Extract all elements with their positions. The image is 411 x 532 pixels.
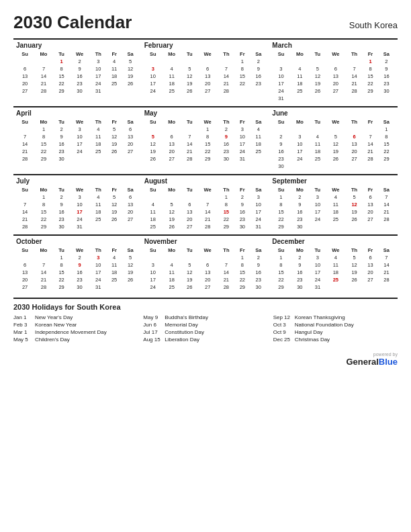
calendar-day — [90, 223, 107, 230]
day-header: We — [326, 50, 346, 58]
calendar-day — [346, 163, 363, 170]
calendar-day: 14 — [34, 73, 54, 80]
calendar-day: 29 — [218, 223, 234, 230]
calendar-day: 21 — [218, 80, 234, 87]
day-header: Fr — [234, 50, 250, 58]
day-header: Mo — [34, 118, 54, 126]
calendar-day: 7 — [363, 133, 378, 140]
calendar-day: 20 — [122, 140, 139, 148]
calendar-day: 15 — [54, 269, 70, 276]
calendar-day: 21 — [16, 148, 34, 155]
month-title: May — [144, 109, 267, 117]
calendar-day: 6 — [122, 126, 139, 133]
calendar-day: 3 — [144, 261, 162, 269]
calendar-day: 30 — [54, 155, 70, 163]
holiday-item: Dec 25Christmas Day — [273, 337, 398, 343]
calendar-day: 25 — [107, 80, 122, 87]
month-title: August — [144, 177, 267, 185]
calendar-day: 14 — [218, 269, 234, 276]
day-header: Su — [272, 186, 289, 193]
calendar-day: 5 — [162, 201, 182, 208]
calendar-day: 27 — [16, 87, 34, 95]
calendar-day — [250, 155, 267, 163]
calendar-day: 23 — [290, 276, 310, 283]
day-header: Th — [346, 247, 363, 254]
calendar-day: 28 — [346, 87, 363, 95]
calendar-day: 1 — [272, 193, 289, 201]
calendar-day: 18 — [326, 269, 346, 276]
calendar-day: 13 — [363, 201, 378, 208]
holiday-date: May 5 — [13, 337, 32, 343]
calendar-day: 4 — [162, 261, 182, 269]
calendar-day — [122, 87, 139, 95]
calendar-day: 19 — [144, 148, 162, 155]
calendar-day: 7 — [181, 133, 197, 140]
calendar-day: 18 — [310, 148, 326, 155]
day-header: Mo — [162, 50, 182, 58]
calendar-day: 2 — [69, 254, 89, 261]
calendar-day: 19 — [107, 140, 122, 148]
calendar-day: 28 — [16, 155, 34, 163]
calendar-day: 9 — [54, 133, 70, 140]
calendar-day — [218, 254, 234, 261]
calendar-day: 6 — [16, 65, 34, 73]
calendar-day — [122, 283, 139, 291]
calendar-day — [290, 95, 310, 102]
calendar-day: 20 — [363, 269, 378, 276]
calendar-day: 3 — [90, 254, 107, 261]
calendar-day: 29 — [34, 155, 54, 163]
calendar-day: 2 — [234, 193, 250, 201]
calendar-day — [378, 223, 395, 230]
calendar-day: 14 — [34, 269, 54, 276]
calendar-day: 3 — [144, 65, 162, 73]
calendar-day: 24 — [290, 155, 310, 163]
calendar-day: 2 — [69, 58, 89, 65]
day-header: Tu — [181, 247, 197, 254]
calendar-day: 15 — [234, 269, 250, 276]
calendar-day — [363, 283, 378, 291]
calendar-day: 13 — [197, 269, 218, 276]
day-header: Sa — [378, 247, 395, 254]
holiday-item: May 5Children's Day — [13, 337, 138, 343]
day-header: Tu — [54, 247, 70, 254]
calendar-day: 22 — [197, 148, 218, 155]
day-header: Mo — [34, 247, 54, 254]
calendar-day — [197, 58, 218, 65]
day-header: Mo — [290, 118, 310, 126]
day-header: Sa — [378, 50, 395, 58]
day-header: Fr — [234, 186, 250, 193]
calendar-day: 3 — [69, 126, 89, 133]
calendar-day: 22 — [234, 80, 250, 87]
calendar-day: 4 — [90, 126, 107, 133]
calendar-day: 18 — [162, 80, 182, 87]
calendar-day: 20 — [197, 276, 218, 283]
calendar-day: 25 — [326, 276, 346, 283]
holiday-item: Mar 1Independence Movement Day — [13, 329, 138, 335]
calendar-day: 16 — [272, 148, 289, 155]
calendar-day — [162, 193, 182, 201]
calendar-day — [363, 163, 378, 170]
calendar-day: 26 — [310, 87, 326, 95]
calendar-day: 16 — [290, 269, 310, 276]
calendar-day: 8 — [363, 65, 378, 73]
calendar-day: 12 — [346, 201, 363, 208]
calendar-day: 27 — [16, 283, 34, 291]
calendar-day — [378, 283, 395, 291]
calendar-day: 15 — [272, 269, 289, 276]
calendar-day — [290, 126, 310, 133]
calendar-day: 14 — [16, 140, 34, 148]
calendar-day: 19 — [326, 148, 346, 155]
calendar-day — [326, 283, 346, 291]
holiday-item: May 9Buddha's Birthday — [143, 314, 267, 320]
calendar-day: 2 — [378, 58, 395, 65]
day-header: Th — [218, 118, 234, 126]
calendar-day: 16 — [69, 73, 89, 80]
calendar-day: 20 — [363, 208, 378, 216]
calendar-day: 20 — [122, 208, 139, 216]
calendar-day: 20 — [346, 148, 363, 155]
calendar-day: 21 — [218, 276, 234, 283]
calendar-day: 23 — [272, 155, 289, 163]
calendar-day: 5 — [107, 126, 122, 133]
calendar-day: 18 — [90, 208, 107, 216]
calendar-day: 5 — [310, 65, 326, 73]
